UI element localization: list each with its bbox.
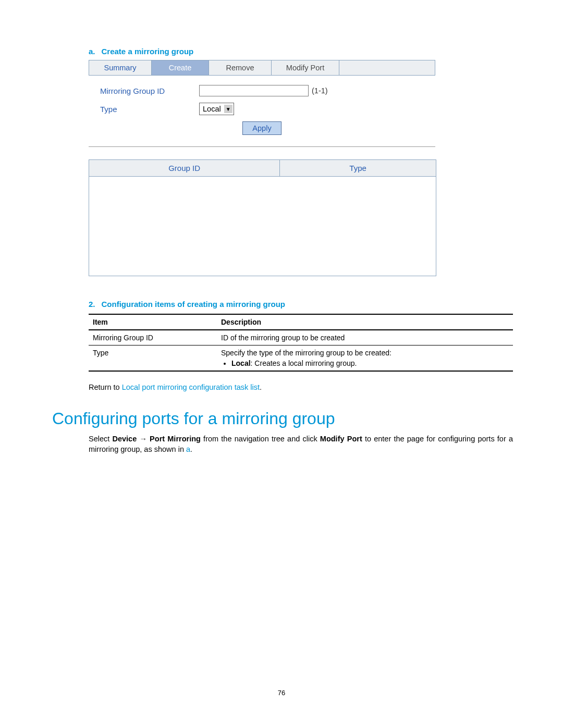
cell-item-1: Mirroring Group ID [89, 330, 217, 346]
header-item: Item [89, 314, 217, 330]
chevron-down-icon: ▼ [224, 105, 232, 113]
para-text: Select [89, 435, 112, 443]
tab-bar: Summary Create Remove Modify Port [89, 60, 435, 76]
range-text: (1-1) [312, 87, 328, 95]
arrow-icon: → [137, 435, 150, 443]
bullet-rest: : Creates a local mirroring group. [251, 359, 357, 367]
tab-create[interactable]: Create [152, 60, 209, 75]
figure-caption-a: a.Create a mirroring group [89, 47, 511, 56]
cell-item-2: Type [89, 346, 217, 372]
tab-summary[interactable]: Summary [89, 60, 152, 75]
para-bold-modify-port: Modify Port [320, 435, 362, 443]
table-body-empty [89, 177, 436, 276]
para-text: . [190, 445, 192, 453]
para-text: from the navigation tree and click [201, 435, 320, 443]
caption-text: Create a mirroring group [102, 47, 194, 56]
tab-spacer [339, 60, 435, 75]
caption2-text: Configuration items of creating a mirror… [102, 300, 286, 309]
cell-desc-2: Specify the type of the mirroring group … [217, 346, 513, 372]
heading-configuring-ports: Configuring ports for a mirroring group [52, 409, 511, 428]
input-mirroring-group-id[interactable] [199, 85, 309, 96]
select-type[interactable]: Local ▼ [199, 103, 234, 115]
desc-2-bullet-item: Local: Creates a local mirroring group. [231, 359, 509, 367]
desc-2-line: Specify the type of the mirroring group … [221, 349, 391, 357]
body-paragraph: Select Device → Port Mirroring from the … [89, 434, 513, 455]
bullet-bold: Local [231, 359, 251, 367]
table-header-row: Item Description [89, 314, 513, 330]
tab-modify-port[interactable]: Modify Port [272, 60, 339, 75]
desc-2-bullets: Local: Creates a local mirroring group. [221, 359, 509, 367]
label-mirroring-group-id: Mirroring Group ID [100, 87, 199, 95]
group-list-table: Group ID Type [89, 159, 436, 276]
caption2-number: 2. [89, 300, 95, 309]
return-line: Return to Local port mirroring configura… [89, 383, 511, 391]
para-bold-device: Device [112, 435, 137, 443]
header-description: Description [217, 314, 513, 330]
apply-button[interactable]: Apply [242, 121, 281, 135]
caption-letter: a. [89, 47, 95, 56]
table-caption-2: 2.Configuration items of creating a mirr… [89, 300, 511, 309]
label-type: Type [100, 105, 199, 114]
description-table: Item Description Mirroring Group ID ID o… [89, 314, 513, 372]
cell-desc-1: ID of the mirroring group to be created [217, 330, 513, 346]
select-type-value: Local [203, 105, 221, 113]
divider [89, 146, 435, 147]
form-area: Mirroring Group ID (1-1) Type Local ▼ Ap… [89, 76, 435, 139]
return-suffix: . [260, 383, 262, 391]
tab-remove[interactable]: Remove [209, 60, 272, 75]
return-link[interactable]: Local port mirroring configuration task … [122, 383, 260, 391]
para-bold-port-mirroring: Port Mirroring [150, 435, 201, 443]
return-prefix: Return to [89, 383, 122, 391]
table-header: Group ID Type [89, 160, 436, 177]
page-number: 76 [52, 689, 511, 697]
table-row: Type Specify the type of the mirroring g… [89, 346, 513, 372]
para-link-a[interactable]: a [186, 445, 190, 453]
table-row: Mirroring Group ID ID of the mirroring g… [89, 330, 513, 346]
column-group-id[interactable]: Group ID [89, 160, 280, 176]
screenshot-create-mirroring-group: Summary Create Remove Modify Port Mirror… [89, 60, 435, 147]
column-type[interactable]: Type [280, 160, 436, 176]
